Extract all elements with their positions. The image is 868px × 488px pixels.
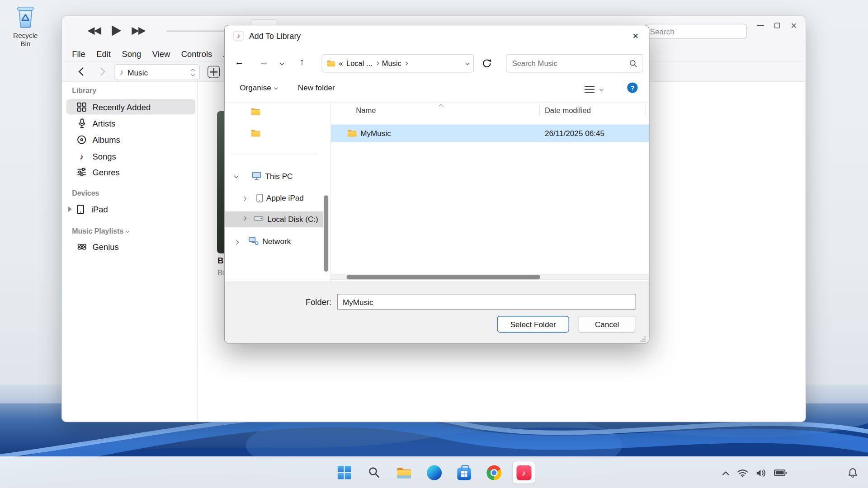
resize-grip[interactable] (640, 336, 646, 342)
play-button[interactable] (111, 25, 122, 37)
address-dropdown-chevron[interactable] (466, 61, 470, 66)
help-button[interactable]: ? (627, 82, 637, 93)
horizontal-scrollbar-thumb[interactable] (347, 275, 541, 280)
dialog-search-input[interactable] (506, 55, 642, 72)
bell-icon (848, 468, 858, 478)
organise-menu-button[interactable]: Organise (240, 83, 277, 92)
recent-locations-chevron[interactable] (279, 61, 284, 65)
tree-folder-icon[interactable] (251, 129, 261, 137)
minimize-icon (757, 25, 764, 26)
file-name[interactable]: MyMusic (360, 129, 391, 138)
system-tray (722, 457, 787, 488)
library-selector[interactable]: ♪ Music (114, 64, 200, 80)
column-header-date[interactable]: Date modified (545, 106, 591, 114)
desktop: Recycle Bin ♪ × File (0, 0, 868, 488)
fast-forward-button[interactable] (131, 26, 146, 35)
maximize-button[interactable] (769, 18, 786, 33)
chevron-right-icon[interactable] (404, 61, 408, 66)
music-note-icon: ♪ (119, 68, 123, 76)
nav-back-button[interactable] (79, 67, 87, 76)
grid-icon (76, 102, 87, 112)
dialog-up-button[interactable]: ↑ (299, 57, 304, 68)
tray-overflow-chevron[interactable] (722, 470, 730, 475)
search-icon (368, 466, 381, 479)
folder-icon (347, 129, 357, 137)
menu-song[interactable]: Song (116, 49, 146, 58)
recycle-bin-shortcut[interactable]: Recycle Bin (9, 5, 42, 48)
microsoft-store-button[interactable] (453, 461, 475, 483)
breadcrumb-root[interactable]: Local ... (346, 59, 373, 67)
notification-area[interactable] (848, 457, 858, 488)
dialog-back-button[interactable]: ← (235, 57, 244, 68)
refresh-button[interactable] (481, 58, 492, 69)
dialog-titlebar[interactable]: ♪ Add To Library × (225, 25, 649, 47)
volume-icon[interactable] (755, 469, 766, 478)
menu-view[interactable]: View (147, 49, 176, 58)
ipad-expand-chevron[interactable] (242, 196, 246, 201)
sliders-icon (76, 168, 87, 177)
horizontal-scrollbar[interactable] (331, 274, 649, 280)
music-app-button[interactable]: ♪ (513, 461, 535, 483)
library-selector-value: Music (127, 68, 187, 77)
dialog-forward-button[interactable]: → (259, 57, 269, 68)
taskbar-search-button[interactable] (363, 461, 385, 483)
battery-icon[interactable] (774, 469, 787, 476)
tree-item-local-disk[interactable]: Local Disk (C:) (267, 215, 318, 224)
chevron-right-icon[interactable] (375, 61, 379, 66)
sidebar-item-songs[interactable]: ♪ Songs (66, 148, 195, 164)
column-separator[interactable] (646, 104, 646, 115)
app-search-input[interactable] (646, 24, 746, 38)
breadcrumb-overflow[interactable]: « (339, 59, 343, 67)
file-explorer-button[interactable] (393, 461, 415, 483)
tree-folder-icon[interactable] (251, 108, 261, 116)
breadcrumb-current[interactable]: Music (382, 59, 401, 67)
music-app-icon: ♪ (234, 31, 244, 41)
app-search-box (645, 24, 747, 39)
folder-icon (326, 60, 335, 67)
select-chevrons-icon (192, 69, 194, 75)
sidebar: Library Recently Added Artists (62, 82, 198, 422)
cancel-button[interactable]: Cancel (578, 316, 636, 333)
select-folder-button[interactable]: Select Folder (497, 316, 569, 333)
wifi-icon[interactable] (737, 469, 749, 478)
sidebar-item-ipad[interactable]: iPad (66, 202, 195, 217)
menu-edit[interactable]: Edit (91, 49, 116, 58)
tree-scrollbar-thumb[interactable] (324, 195, 328, 272)
view-options-icon[interactable] (585, 85, 594, 94)
edge-button[interactable] (423, 461, 445, 483)
disc-icon (76, 135, 87, 144)
view-options-chevron[interactable] (599, 87, 604, 91)
rewind-button[interactable] (87, 26, 102, 35)
start-button[interactable] (333, 461, 355, 483)
menu-controls[interactable]: Controls (176, 49, 218, 58)
expand-triangle-icon[interactable] (68, 206, 72, 212)
chrome-button[interactable] (483, 461, 505, 483)
grid-view-button[interactable] (208, 66, 220, 78)
chevron-down-icon[interactable] (126, 229, 130, 233)
edge-icon (426, 465, 441, 480)
column-header-name[interactable]: Name (356, 106, 376, 114)
dialog-close-button[interactable]: × (628, 29, 643, 43)
minimize-button[interactable] (752, 18, 769, 33)
address-bar[interactable]: « Local ... Music (321, 54, 474, 72)
sidebar-item-artists[interactable]: Artists (66, 116, 195, 131)
tree-item-this-pc[interactable]: This PC (265, 172, 293, 181)
sidebar-item-genres[interactable]: Genres (66, 164, 195, 180)
new-folder-label: New folder (298, 83, 335, 92)
close-button[interactable]: × (786, 18, 802, 33)
network-expand-chevron[interactable] (234, 240, 239, 244)
menu-file[interactable]: File (66, 49, 91, 58)
local-disk-icon (254, 215, 264, 222)
this-pc-expand-chevron[interactable] (234, 174, 239, 178)
nav-forward-button[interactable] (97, 67, 105, 76)
tree-item-network[interactable]: Network (262, 237, 291, 246)
new-folder-button[interactable]: New folder (298, 83, 335, 92)
sidebar-item-genius[interactable]: Genius (66, 239, 195, 254)
sidebar-item-recently-added[interactable]: Recently Added (66, 99, 195, 114)
tree-item-apple-ipad[interactable]: Apple iPad (266, 194, 304, 203)
dialog-footer: Folder: Select Folder Cancel (225, 282, 649, 343)
folder-name-input[interactable] (337, 294, 636, 310)
sidebar-item-albums[interactable]: Albums (66, 131, 195, 147)
apple-ipad-icon (256, 194, 263, 203)
column-separator[interactable] (539, 104, 540, 115)
